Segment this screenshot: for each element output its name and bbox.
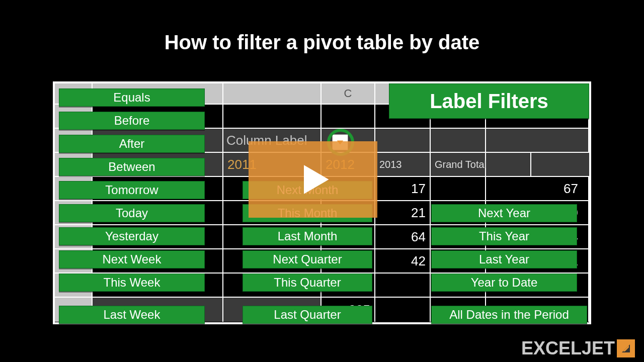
cell xyxy=(375,274,431,297)
col-header-c: C xyxy=(321,83,375,104)
logo-arrow-icon xyxy=(617,339,635,357)
filter-before[interactable]: Before xyxy=(59,112,205,130)
year-2013: 2013 xyxy=(375,153,431,176)
filter-today[interactable]: Today xyxy=(59,204,205,222)
grand-total-header: Grand Total xyxy=(431,153,531,176)
filter-last-quarter[interactable]: Last Quarter xyxy=(243,306,372,324)
filter-this-week[interactable]: This Week xyxy=(59,274,205,292)
filter-yesterday[interactable]: Yesterday xyxy=(59,227,205,245)
filter-next-week[interactable]: Next Week xyxy=(59,250,205,268)
filter-next-year[interactable]: Next Year xyxy=(431,204,577,222)
filter-next-quarter[interactable]: Next Quarter xyxy=(243,250,372,268)
play-icon xyxy=(290,157,336,202)
label-filters-header: Label Filters xyxy=(389,83,589,119)
cell: 21 xyxy=(375,201,431,224)
cell xyxy=(375,298,431,322)
filter-tomorrow[interactable]: Tomorrow xyxy=(59,181,205,199)
svg-marker-1 xyxy=(304,165,329,194)
filter-equals[interactable]: Equals xyxy=(59,88,205,107)
cell: 64 xyxy=(375,225,431,248)
filter-this-quarter[interactable]: This Quarter xyxy=(243,274,372,292)
filter-last-year[interactable]: Last Year xyxy=(431,250,577,268)
cell xyxy=(223,105,321,128)
page-title: How to filter a pivot table by date xyxy=(0,0,644,54)
cell: 17 xyxy=(375,177,431,200)
col-header-b xyxy=(223,83,321,104)
cell-grand-total: 67 xyxy=(486,177,589,200)
filter-year-to-date[interactable]: Year to Date xyxy=(431,274,577,292)
filter-last-week[interactable]: Last Week xyxy=(59,306,205,324)
filter-all-dates-in-period[interactable]: All Dates in the Period xyxy=(431,306,587,324)
filter-this-year[interactable]: This Year xyxy=(431,227,577,245)
cell xyxy=(431,129,486,152)
filter-between[interactable]: Between xyxy=(59,158,205,176)
play-button[interactable] xyxy=(249,141,377,218)
cell: 42 xyxy=(375,249,431,273)
cell xyxy=(431,177,486,200)
cell xyxy=(375,129,431,152)
filter-last-month[interactable]: Last Month xyxy=(243,227,372,245)
logo-text: EXCELJET xyxy=(521,338,615,359)
cell xyxy=(486,129,589,152)
exceljet-logo: EXCELJET xyxy=(521,338,635,359)
cell xyxy=(321,105,375,128)
filter-after[interactable]: After xyxy=(59,135,205,153)
